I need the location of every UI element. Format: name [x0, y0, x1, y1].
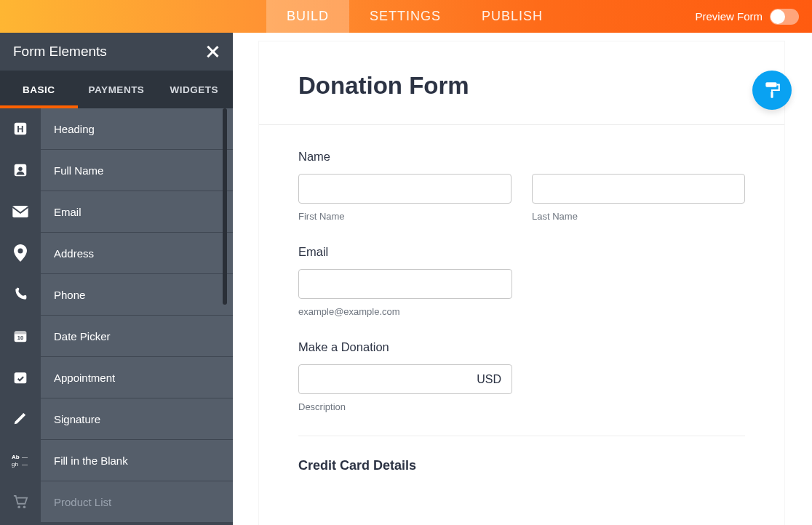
element-label: Appointment [41, 372, 115, 384]
first-name-input[interactable] [298, 174, 512, 204]
svg-rect-17 [771, 92, 773, 98]
sidebar-tab-label: PAYMENTS [89, 84, 145, 95]
date-icon: 10 [0, 316, 41, 357]
topbar-right: Preview Form [695, 0, 812, 33]
svg-point-15 [23, 505, 26, 508]
phone-icon [0, 274, 41, 316]
svg-point-5 [18, 249, 23, 254]
sidebar-tab-widgets[interactable]: WIDGETS [155, 71, 233, 108]
svg-text:gh: gh [12, 461, 18, 468]
form-canvas: Donation Form Name First Name Last Name [233, 33, 812, 525]
element-productlist[interactable]: Product List [0, 481, 233, 523]
email-hint: example@example.com [298, 306, 745, 317]
email-input[interactable] [298, 269, 512, 299]
sidebar-tab-label: WIDGETS [170, 84, 218, 95]
email-field: Email example@example.com [298, 245, 745, 317]
tab-label: BUILD [287, 9, 329, 24]
donation-input-wrap: USD [298, 364, 512, 394]
sidebar: Form Elements BASIC PAYMENTS WIDGETS H H… [0, 33, 233, 525]
element-fillblank[interactable]: Ab—gh— Fill in the Blank [0, 440, 233, 481]
cc-section-title: Credit Card Details [298, 458, 745, 473]
sidebar-title: Form Elements [13, 44, 107, 60]
sidebar-tab-payments[interactable]: PAYMENTS [78, 71, 156, 108]
sidebar-header: Form Elements [0, 33, 233, 71]
svg-rect-9 [15, 372, 27, 383]
svg-point-3 [18, 167, 23, 171]
email-icon [0, 191, 41, 233]
last-name-sublabel: Last Name [532, 211, 745, 222]
address-icon [0, 233, 41, 274]
sidebar-tab-label: BASIC [23, 84, 55, 95]
first-name-sublabel: First Name [298, 211, 512, 222]
form-card: Donation Form Name First Name Last Name [259, 41, 784, 525]
design-fab-button[interactable] [752, 71, 792, 110]
svg-rect-4 [12, 206, 28, 217]
element-label: Date Picker [41, 330, 111, 342]
element-address[interactable]: Address [0, 233, 233, 274]
cart-icon [0, 481, 41, 523]
topbar-spacer [0, 0, 266, 33]
svg-text:—: — [22, 461, 28, 468]
donation-field: Make a Donation USD Description [298, 340, 745, 412]
donation-sublabel: Description [298, 401, 745, 412]
name-label: Name [298, 150, 745, 164]
appointment-icon [0, 357, 41, 398]
topbar: BUILD SETTINGS PUBLISH Preview Form [0, 0, 812, 33]
element-label: Heading [41, 123, 95, 135]
element-fullname[interactable]: Full Name [0, 150, 233, 191]
donation-currency: USD [466, 373, 512, 386]
element-label: Address [41, 247, 94, 260]
element-label: Product List [41, 496, 111, 508]
svg-text:10: 10 [17, 334, 23, 341]
preview-toggle[interactable] [770, 9, 799, 25]
element-signature[interactable]: Signature [0, 398, 233, 440]
svg-rect-7 [15, 331, 27, 334]
fillblank-icon: Ab—gh— [0, 440, 41, 481]
signature-icon [0, 398, 41, 440]
person-icon [0, 150, 41, 191]
preview-form-label: Preview Form [695, 10, 763, 23]
donation-label: Make a Donation [298, 340, 745, 354]
tab-label: SETTINGS [370, 9, 441, 24]
tab-build[interactable]: BUILD [266, 0, 349, 33]
paint-roller-icon [763, 81, 781, 100]
close-icon[interactable] [204, 43, 221, 60]
tab-settings[interactable]: SETTINGS [349, 0, 461, 33]
element-datepicker[interactable]: 10 Date Picker [0, 316, 233, 357]
element-email[interactable]: Email [0, 191, 233, 233]
element-appointment[interactable]: Appointment [0, 357, 233, 398]
heading-icon: H [0, 108, 41, 150]
svg-text:—: — [22, 454, 28, 460]
svg-text:Ab: Ab [12, 454, 20, 460]
sidebar-scrollbar[interactable] [223, 108, 227, 305]
svg-rect-16 [765, 82, 776, 87]
sidebar-tabs: BASIC PAYMENTS WIDGETS [0, 71, 233, 108]
sidebar-tab-basic[interactable]: BASIC [0, 71, 78, 108]
element-label: Fill in the Blank [41, 454, 128, 467]
element-list: H Heading Full Name Email [0, 108, 233, 525]
element-heading[interactable]: H Heading [0, 108, 233, 150]
donation-amount-input[interactable] [299, 365, 466, 393]
element-label: Phone [41, 289, 85, 301]
element-phone[interactable]: Phone [0, 274, 233, 316]
name-field: Name First Name Last Name [298, 150, 745, 222]
element-label: Full Name [41, 164, 103, 177]
last-name-input[interactable] [532, 174, 745, 204]
svg-text:H: H [17, 124, 23, 135]
email-label: Email [298, 245, 745, 259]
svg-point-14 [17, 505, 20, 508]
cc-section: Credit Card Details [298, 436, 745, 473]
element-label: Email [41, 206, 81, 218]
element-label: Signature [41, 413, 100, 425]
tab-publish[interactable]: PUBLISH [461, 0, 563, 33]
topbar-tabs: BUILD SETTINGS PUBLISH [266, 0, 563, 33]
form-title: Donation Form [259, 41, 784, 125]
tab-label: PUBLISH [482, 9, 543, 24]
